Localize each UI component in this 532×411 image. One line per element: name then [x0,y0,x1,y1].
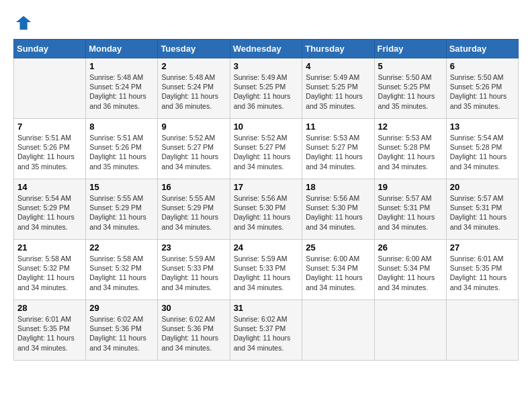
day-number: 11 [306,122,370,132]
day-info: Sunrise: 5:58 AMSunset: 5:32 PMDaylight:… [89,254,154,292]
day-number: 12 [378,122,443,132]
calendar-cell: 25Sunrise: 6:00 AMSunset: 5:34 PMDayligh… [302,240,374,300]
calendar-cell: 29Sunrise: 6:02 AMSunset: 5:36 PMDayligh… [86,300,158,361]
day-info: Sunrise: 5:54 AMSunset: 5:28 PMDaylight:… [450,133,515,171]
calendar-week-2: 7Sunrise: 5:51 AMSunset: 5:26 PMDaylight… [14,119,519,179]
day-info: Sunrise: 5:56 AMSunset: 5:30 PMDaylight:… [234,193,299,232]
logo [13,13,34,32]
logo-icon [15,13,34,32]
day-of-week-header: SundayMondayTuesdayWednesdayThursdayFrid… [14,40,519,58]
day-number: 22 [89,242,154,253]
day-number: 2 [161,61,226,71]
day-number: 15 [89,182,154,192]
day-info: Sunrise: 5:51 AMSunset: 5:26 PMDaylight:… [89,133,154,171]
calendar-cell: 5Sunrise: 5:50 AMSunset: 5:25 PMDaylight… [374,58,446,119]
day-number: 7 [17,122,82,132]
day-info: Sunrise: 6:02 AMSunset: 5:36 PMDaylight:… [89,314,154,353]
day-number: 20 [450,182,515,192]
day-info: Sunrise: 5:59 AMSunset: 5:33 PMDaylight:… [234,254,299,292]
calendar-cell [374,300,446,361]
day-number: 21 [17,242,82,253]
calendar-cell: 23Sunrise: 5:59 AMSunset: 5:33 PMDayligh… [158,240,230,300]
day-info: Sunrise: 5:49 AMSunset: 5:25 PMDaylight:… [234,73,299,111]
day-info: Sunrise: 5:57 AMSunset: 5:31 PMDaylight:… [378,193,443,232]
day-info: Sunrise: 5:52 AMSunset: 5:27 PMDaylight:… [161,133,226,171]
calendar-cell: 22Sunrise: 5:58 AMSunset: 5:32 PMDayligh… [86,240,158,300]
calendar-cell: 17Sunrise: 5:56 AMSunset: 5:30 PMDayligh… [230,179,302,240]
day-info: Sunrise: 5:59 AMSunset: 5:33 PMDaylight:… [161,254,226,292]
day-info: Sunrise: 5:58 AMSunset: 5:32 PMDaylight:… [17,254,82,292]
calendar-cell: 27Sunrise: 6:01 AMSunset: 5:35 PMDayligh… [446,240,518,300]
calendar-cell: 18Sunrise: 5:56 AMSunset: 5:30 PMDayligh… [302,179,374,240]
day-info: Sunrise: 5:56 AMSunset: 5:30 PMDaylight:… [306,193,370,232]
day-info: Sunrise: 5:54 AMSunset: 5:29 PMDaylight:… [17,193,82,232]
calendar-cell: 28Sunrise: 6:01 AMSunset: 5:35 PMDayligh… [14,300,86,361]
day-number: 6 [450,61,515,71]
day-header-thursday: Thursday [302,40,374,58]
calendar-cell: 1Sunrise: 5:48 AMSunset: 5:24 PMDaylight… [86,58,158,119]
calendar-cell: 12Sunrise: 5:53 AMSunset: 5:28 PMDayligh… [374,119,446,179]
day-number: 24 [234,242,299,253]
day-number: 8 [89,122,154,132]
day-number: 4 [306,61,370,71]
calendar-cell: 8Sunrise: 5:51 AMSunset: 5:26 PMDaylight… [86,119,158,179]
calendar-cell: 11Sunrise: 5:53 AMSunset: 5:27 PMDayligh… [302,119,374,179]
calendar-cell: 14Sunrise: 5:54 AMSunset: 5:29 PMDayligh… [14,179,86,240]
calendar-cell: 24Sunrise: 5:59 AMSunset: 5:33 PMDayligh… [230,240,302,300]
calendar-cell: 31Sunrise: 6:02 AMSunset: 5:37 PMDayligh… [230,300,302,361]
day-number: 17 [234,182,299,192]
calendar-cell: 10Sunrise: 5:52 AMSunset: 5:27 PMDayligh… [230,119,302,179]
day-info: Sunrise: 5:48 AMSunset: 5:24 PMDaylight:… [161,73,226,111]
calendar-cell: 26Sunrise: 6:00 AMSunset: 5:34 PMDayligh… [374,240,446,300]
day-header-sunday: Sunday [14,40,86,58]
day-number: 29 [89,303,154,313]
calendar-table: SundayMondayTuesdayWednesdayThursdayFrid… [13,39,519,361]
day-header-saturday: Saturday [446,40,518,58]
day-header-tuesday: Tuesday [158,40,230,58]
page-header [13,13,519,32]
day-info: Sunrise: 5:48 AMSunset: 5:24 PMDaylight:… [89,73,154,111]
day-number: 19 [378,182,443,192]
day-number: 3 [234,61,299,71]
calendar-cell: 2Sunrise: 5:48 AMSunset: 5:24 PMDaylight… [158,58,230,119]
calendar-cell [302,300,374,361]
calendar-body: 1Sunrise: 5:48 AMSunset: 5:24 PMDaylight… [14,58,519,361]
calendar-cell: 21Sunrise: 5:58 AMSunset: 5:32 PMDayligh… [14,240,86,300]
day-info: Sunrise: 5:57 AMSunset: 5:31 PMDaylight:… [450,193,515,232]
day-number: 14 [17,182,82,192]
calendar-cell: 4Sunrise: 5:49 AMSunset: 5:25 PMDaylight… [302,58,374,119]
day-number: 10 [234,122,299,132]
day-info: Sunrise: 5:52 AMSunset: 5:27 PMDaylight:… [234,133,299,171]
day-info: Sunrise: 6:01 AMSunset: 5:35 PMDaylight:… [450,254,515,292]
svg-marker-0 [16,16,31,30]
day-number: 30 [161,303,226,313]
day-info: Sunrise: 6:02 AMSunset: 5:37 PMDaylight:… [234,314,299,353]
day-info: Sunrise: 6:02 AMSunset: 5:36 PMDaylight:… [161,314,226,353]
day-number: 23 [161,242,226,253]
day-info: Sunrise: 5:55 AMSunset: 5:29 PMDaylight:… [161,193,226,232]
day-number: 13 [450,122,515,132]
calendar-week-4: 21Sunrise: 5:58 AMSunset: 5:32 PMDayligh… [14,240,519,300]
calendar-cell [14,58,86,119]
day-number: 28 [17,303,82,313]
day-info: Sunrise: 5:55 AMSunset: 5:29 PMDaylight:… [89,193,154,232]
day-number: 9 [161,122,226,132]
calendar-cell: 30Sunrise: 6:02 AMSunset: 5:36 PMDayligh… [158,300,230,361]
day-info: Sunrise: 5:53 AMSunset: 5:27 PMDaylight:… [306,133,370,171]
calendar-cell: 9Sunrise: 5:52 AMSunset: 5:27 PMDaylight… [158,119,230,179]
day-number: 27 [450,242,515,253]
calendar-cell: 6Sunrise: 5:50 AMSunset: 5:26 PMDaylight… [446,58,518,119]
day-info: Sunrise: 5:51 AMSunset: 5:26 PMDaylight:… [17,133,82,171]
day-info: Sunrise: 6:00 AMSunset: 5:34 PMDaylight:… [306,254,370,292]
calendar-cell: 20Sunrise: 5:57 AMSunset: 5:31 PMDayligh… [446,179,518,240]
calendar-cell: 15Sunrise: 5:55 AMSunset: 5:29 PMDayligh… [86,179,158,240]
day-number: 16 [161,182,226,192]
day-number: 5 [378,61,443,71]
calendar-cell: 13Sunrise: 5:54 AMSunset: 5:28 PMDayligh… [446,119,518,179]
day-info: Sunrise: 6:01 AMSunset: 5:35 PMDaylight:… [17,314,82,353]
day-info: Sunrise: 5:50 AMSunset: 5:25 PMDaylight:… [378,73,443,111]
calendar-week-5: 28Sunrise: 6:01 AMSunset: 5:35 PMDayligh… [14,300,519,361]
calendar-cell: 3Sunrise: 5:49 AMSunset: 5:25 PMDaylight… [230,58,302,119]
calendar-week-1: 1Sunrise: 5:48 AMSunset: 5:24 PMDaylight… [14,58,519,119]
day-info: Sunrise: 5:49 AMSunset: 5:25 PMDaylight:… [306,73,370,111]
